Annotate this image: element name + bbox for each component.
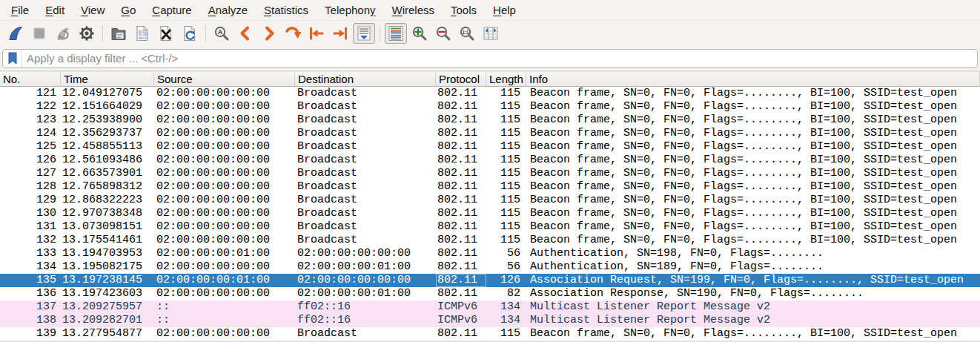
- zoom-out-button[interactable]: [432, 23, 454, 44]
- packet-row-129[interactable]: 12912.86832222302:00:00:00:00:00Broadcas…: [0, 194, 980, 207]
- menu-edit[interactable]: Edit: [37, 1, 73, 19]
- cell-destination: Broadcast: [295, 100, 436, 114]
- column-header-protocol[interactable]: Protocol: [436, 72, 486, 86]
- zoom-original-button[interactable]: 1:1: [456, 23, 478, 44]
- packet-row-130[interactable]: 13012.97073834802:00:00:00:00:00Broadcas…: [0, 207, 980, 220]
- packet-row-134[interactable]: 13413.19508217502:00:00:00:00:0002:00:00…: [0, 260, 980, 274]
- menu-telephony[interactable]: Telephony: [317, 1, 383, 19]
- menu-tools[interactable]: Tools: [443, 1, 485, 19]
- previous-packet-button[interactable]: [234, 23, 256, 44]
- save-file-button[interactable]: 010101100011: [131, 23, 153, 44]
- packet-row-121[interactable]: 12112.04912707502:00:00:00:00:00Broadcas…: [0, 87, 980, 100]
- packet-row-138[interactable]: 13813.209282701::ff02::16ICMPv6134Multic…: [0, 314, 980, 327]
- packet-row-136[interactable]: 13613.19742360302:00:00:00:00:0002:00:00…: [0, 287, 980, 300]
- packet-row-126[interactable]: 12612.56109348602:00:00:00:00:00Broadcas…: [0, 154, 980, 167]
- stop-capture-button[interactable]: [28, 23, 50, 44]
- display-filter-input[interactable]: Apply a display filter ... <Ctrl-/>: [2, 49, 978, 68]
- packet-row-135[interactable]: 13513.19723814502:00:00:00:01:0002:00:00…: [0, 274, 980, 287]
- column-header-info[interactable]: Info: [526, 72, 980, 86]
- cell-time: 12.458855113: [61, 140, 154, 154]
- packet-row-125[interactable]: 12512.45885511302:00:00:00:00:00Broadcas…: [0, 140, 980, 154]
- packet-row-122[interactable]: 12212.15166402902:00:00:00:00:00Broadcas…: [0, 100, 980, 114]
- zoom-in-icon: [411, 24, 428, 42]
- menu-statistics[interactable]: Statistics: [256, 1, 317, 19]
- cell-source: 02:00:00:00:00:00: [154, 127, 295, 140]
- cell-destination: Broadcast: [295, 140, 436, 154]
- cell-length: 115: [486, 100, 526, 114]
- close-file-button[interactable]: [155, 23, 177, 44]
- cell-time: 13.194703953: [61, 247, 154, 260]
- colorize-button[interactable]: [385, 23, 407, 44]
- cell-time: 12.663573901: [61, 167, 154, 180]
- cell-length: 115: [486, 127, 526, 140]
- cell-no: 123: [0, 114, 61, 127]
- cell-no: 128: [0, 180, 61, 194]
- column-header-no[interactable]: No.: [0, 72, 61, 86]
- column-header-source[interactable]: Source: [154, 72, 295, 86]
- cell-destination: Broadcast: [295, 154, 436, 167]
- auto-scroll-button[interactable]: [353, 23, 375, 44]
- resize-columns-icon: [482, 24, 500, 42]
- packet-row-139[interactable]: 13913.27795487702:00:00:00:00:00Broadcas…: [0, 327, 980, 341]
- cell-info: Beacon frame, SN=0, FN=0, Flags=........…: [526, 327, 980, 341]
- menu-capture[interactable]: Capture: [144, 1, 199, 19]
- cell-destination: 02:00:00:00:01:00: [295, 260, 436, 274]
- menu-go[interactable]: Go: [113, 1, 144, 19]
- packet-row-123[interactable]: 12312.25393890002:00:00:00:00:00Broadcas…: [0, 114, 980, 127]
- first-packet-button[interactable]: [305, 23, 328, 44]
- menu-analyze[interactable]: Analyze: [200, 1, 256, 19]
- next-packet-button[interactable]: [258, 23, 280, 44]
- cell-protocol: 802.11: [436, 247, 486, 260]
- column-header-time[interactable]: Time: [61, 72, 154, 86]
- cell-protocol: 802.11: [436, 127, 486, 140]
- menu-file[interactable]: File: [3, 1, 37, 19]
- colorize-icon: [387, 24, 405, 42]
- cell-length: 134: [486, 300, 526, 314]
- open-file-button[interactable]: [107, 23, 130, 44]
- menu-help[interactable]: Help: [485, 1, 524, 19]
- cell-no: 132: [0, 234, 61, 247]
- start-capture-button[interactable]: [4, 23, 27, 44]
- packet-row-132[interactable]: 13213.17554146102:00:00:00:00:00Broadcas…: [0, 234, 980, 247]
- zoom-in-button[interactable]: [408, 23, 431, 44]
- cell-info: Beacon frame, SN=0, FN=0, Flags=........…: [526, 127, 980, 140]
- column-header-length[interactable]: Length: [486, 72, 526, 86]
- packet-row-137[interactable]: 13713.209275957::ff02::16ICMPv6134Multic…: [0, 300, 980, 314]
- cell-destination: ff02::16: [295, 314, 436, 327]
- last-packet-button[interactable]: [329, 23, 351, 44]
- packet-row-127[interactable]: 12712.66357390102:00:00:00:00:00Broadcas…: [0, 167, 980, 180]
- cell-source: 02:00:00:00:00:00: [154, 154, 295, 167]
- cell-length: 115: [486, 87, 526, 100]
- cell-source: 02:00:00:00:00:00: [154, 180, 295, 194]
- cell-length: 56: [486, 260, 526, 274]
- find-packet-button[interactable]: A: [211, 23, 233, 44]
- cell-info: Multicast Listener Report Message v2: [526, 314, 980, 327]
- packet-row-133[interactable]: 13313.19470395302:00:00:00:01:0002:00:00…: [0, 247, 980, 260]
- packet-row-131[interactable]: 13113.07309815102:00:00:00:00:00Broadcas…: [0, 220, 980, 234]
- cell-length: 115: [486, 234, 526, 247]
- cell-length: 115: [486, 327, 526, 341]
- packet-row-124[interactable]: 12412.35629373702:00:00:00:00:00Broadcas…: [0, 127, 980, 140]
- column-header-destination[interactable]: Destination: [295, 72, 436, 86]
- cell-info: Beacon frame, SN=0, FN=0, Flags=........…: [526, 154, 980, 167]
- cell-no: 134: [0, 260, 61, 274]
- cell-info: Beacon frame, SN=0, FN=0, Flags=........…: [526, 180, 980, 194]
- cell-time: 13.073098151: [61, 220, 154, 234]
- cell-protocol: 802.11: [436, 220, 486, 234]
- toolbar-separator: [205, 25, 206, 42]
- filter-bookmark-button[interactable]: [3, 50, 22, 68]
- cell-time: 13.197238145: [61, 274, 154, 287]
- menu-view[interactable]: View: [73, 1, 113, 19]
- packet-row-128[interactable]: 12812.76589831202:00:00:00:00:00Broadcas…: [0, 180, 980, 194]
- resize-columns-button[interactable]: [480, 23, 502, 44]
- go-to-packet-button[interactable]: [282, 23, 304, 44]
- capture-options-button[interactable]: [76, 23, 98, 44]
- reload-file-button[interactable]: [179, 23, 201, 44]
- restart-capture-button[interactable]: [52, 23, 74, 44]
- cell-destination: 02:00:00:00:01:00: [295, 287, 436, 300]
- close-file-icon: [157, 24, 175, 42]
- cell-protocol: 802.11: [436, 87, 486, 100]
- menu-wireless[interactable]: Wireless: [384, 1, 443, 19]
- first-packet-icon: [308, 24, 325, 42]
- cell-destination: Broadcast: [295, 180, 436, 194]
